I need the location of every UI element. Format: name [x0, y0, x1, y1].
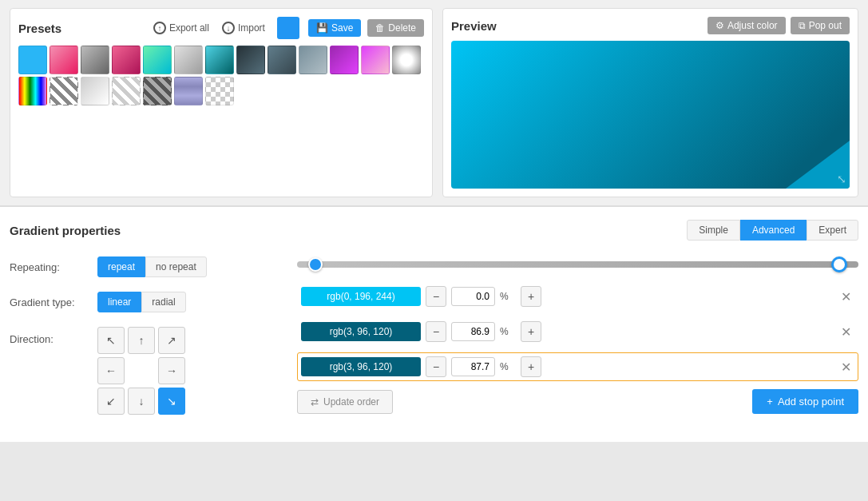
swatch-14[interactable] — [18, 77, 47, 105]
tab-expert[interactable]: Expert — [807, 220, 858, 241]
save-button[interactable]: 💾 Save — [308, 19, 361, 37]
stop-plus-btn-3[interactable]: + — [521, 356, 541, 377]
dir-top-left[interactable]: ↖ — [97, 327, 125, 354]
repeating-label: Repeating: — [10, 261, 97, 273]
stop-minus-btn-2[interactable]: − — [426, 321, 446, 342]
import-icon: ↓ — [222, 22, 235, 34]
import-button[interactable]: ↓ Import — [219, 20, 268, 36]
swatch-19[interactable] — [174, 77, 203, 105]
gradient-slider-row — [297, 256, 858, 272]
dir-bottom-left[interactable]: ↙ — [97, 388, 125, 415]
swatch-16[interactable] — [81, 77, 109, 105]
presets-panel: Presets ↑ Export all ↓ Import 💾 Save 🗑 D… — [10, 8, 433, 197]
stop-value-input-3[interactable] — [451, 357, 495, 376]
selected-color-swatch[interactable] — [277, 17, 299, 39]
gradient-properties-section: Gradient properties Simple Advanced Expe… — [0, 205, 868, 442]
stop-pct-3: % — [500, 361, 516, 372]
props-right-panel: rgb(0, 196, 244) − % + ✕ rgb(3, 96, 120)… — [297, 256, 858, 429]
dir-left[interactable]: ← — [97, 357, 125, 384]
export-icon: ↑ — [153, 22, 166, 34]
direction-grid: ↖ ↑ ↗ ← → ↙ ↓ ↘ — [97, 327, 185, 415]
swatch-13[interactable] — [392, 46, 421, 74]
shuffle-icon: ⇄ — [311, 396, 319, 408]
stop-row-3: rgb(3, 96, 120) − % + ✕ — [297, 352, 858, 381]
swatch-12[interactable] — [361, 46, 390, 74]
no-repeat-button[interactable]: no repeat — [145, 256, 207, 277]
dir-right[interactable]: → — [158, 357, 185, 384]
presets-title: Presets — [18, 22, 144, 35]
mode-tab-group: Simple Advanced Expert — [687, 220, 858, 241]
stop-plus-btn-1[interactable]: + — [521, 286, 541, 307]
stop-color-button-2[interactable]: rgb(3, 96, 120) — [301, 322, 421, 341]
stop-pct-2: % — [500, 326, 516, 337]
props-left-panel: Repeating: repeat no repeat Gradient typ… — [10, 256, 265, 429]
delete-button[interactable]: 🗑 Delete — [367, 19, 424, 37]
swatch-6[interactable] — [174, 46, 203, 74]
adjust-color-button[interactable]: ⚙ Adjust color — [707, 17, 786, 34]
swatch-2[interactable] — [50, 46, 78, 74]
stop-delete-btn-1[interactable]: ✕ — [838, 289, 854, 304]
gradient-slider-track[interactable] — [297, 256, 858, 272]
swatch-5[interactable] — [143, 46, 172, 74]
preview-gradient: ⤡ — [451, 41, 850, 189]
slider-bar — [297, 261, 858, 268]
export-all-button[interactable]: ↑ Export all — [150, 20, 212, 36]
swatch-18[interactable] — [143, 77, 172, 105]
popout-icon: ⧉ — [799, 20, 806, 31]
adjust-icon: ⚙ — [715, 20, 724, 31]
stop-color-button-1[interactable]: rgb(0, 196, 244) — [301, 287, 421, 306]
radial-button[interactable]: radial — [141, 292, 185, 312]
save-icon: 💾 — [316, 22, 328, 34]
swatch-1[interactable] — [18, 46, 47, 74]
direction-label: Direction: — [10, 333, 97, 345]
preview-panel: Preview ⚙ Adjust color ⧉ Pop out ⤡ — [442, 8, 858, 197]
stop-minus-btn-3[interactable]: − — [426, 356, 446, 377]
gradient-type-row: Gradient type: linear radial — [10, 292, 265, 312]
gradient-type-label: Gradient type: — [10, 296, 97, 308]
plus-icon: + — [767, 396, 773, 408]
dir-top-right[interactable]: ↗ — [158, 327, 185, 354]
presets-swatch-grid — [18, 46, 424, 105]
dir-bottom-right[interactable]: ↘ — [158, 388, 185, 415]
stop-color-button-3[interactable]: rgb(3, 96, 120) — [301, 357, 421, 376]
tab-simple[interactable]: Simple — [687, 220, 740, 241]
tab-advanced[interactable]: Advanced — [740, 220, 807, 241]
swatch-20[interactable] — [205, 77, 234, 105]
add-stop-button[interactable]: + Add stop point — [752, 389, 858, 414]
stop-row-1: rgb(0, 196, 244) − % + ✕ — [297, 282, 858, 311]
swatch-8[interactable] — [236, 46, 265, 74]
repeating-btn-group: repeat no repeat — [97, 256, 207, 277]
dir-top[interactable]: ↑ — [128, 327, 155, 354]
slider-thumb-right[interactable] — [831, 256, 847, 272]
swatch-17[interactable] — [112, 77, 141, 105]
delete-icon: 🗑 — [375, 22, 385, 34]
stop-pct-1: % — [500, 291, 516, 302]
stop-delete-btn-2[interactable]: ✕ — [838, 324, 854, 340]
repeating-row: Repeating: repeat no repeat — [10, 256, 265, 277]
swatch-10[interactable] — [299, 46, 327, 74]
swatch-9[interactable] — [268, 46, 296, 74]
gradient-props-title: Gradient properties — [10, 224, 687, 237]
resize-handle[interactable]: ⤡ — [837, 173, 846, 185]
update-order-button[interactable]: ⇄ Update order — [297, 390, 393, 414]
bottom-toolbar: ⇄ Update order + Add stop point — [297, 389, 858, 414]
swatch-3[interactable] — [81, 46, 109, 74]
swatch-4[interactable] — [112, 46, 141, 74]
stop-value-input-1[interactable] — [451, 287, 495, 306]
repeat-button[interactable]: repeat — [97, 256, 145, 277]
stop-value-input-2[interactable] — [451, 322, 495, 341]
stop-minus-btn-1[interactable]: − — [426, 286, 446, 307]
direction-row: Direction: ↖ ↑ ↗ ← → ↙ ↓ ↘ — [10, 327, 265, 415]
pop-out-button[interactable]: ⧉ Pop out — [791, 17, 850, 34]
swatch-15[interactable] — [50, 77, 78, 105]
stop-plus-btn-2[interactable]: + — [521, 321, 541, 342]
swatch-7[interactable] — [205, 46, 234, 74]
linear-button[interactable]: linear — [97, 292, 141, 312]
stop-row-2: rgb(3, 96, 120) − % + ✕ — [297, 317, 858, 346]
gradient-type-btn-group: linear radial — [97, 292, 186, 312]
preview-canvas: ⤡ — [451, 41, 850, 189]
swatch-11[interactable] — [330, 46, 359, 74]
stop-delete-btn-3[interactable]: ✕ — [838, 360, 854, 375]
slider-thumb-left[interactable] — [308, 257, 323, 272]
dir-bottom[interactable]: ↓ — [128, 388, 155, 415]
